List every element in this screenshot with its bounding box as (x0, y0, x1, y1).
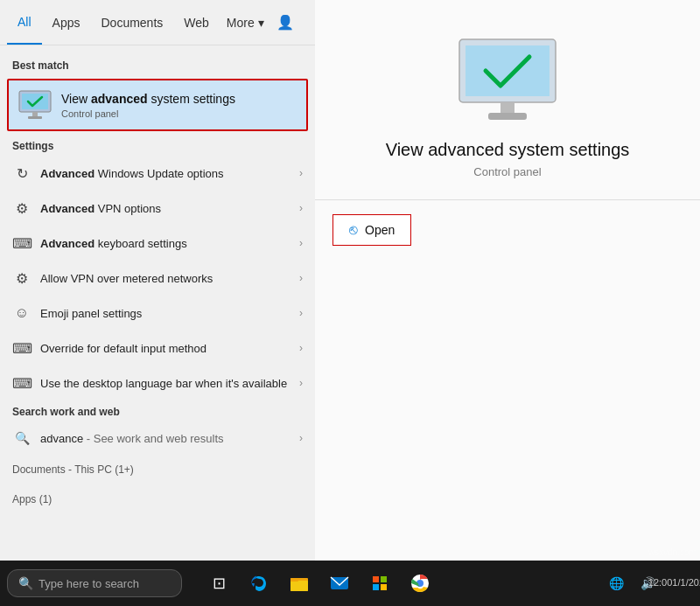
sli-text: Use the desktop language bar when it's a… (40, 377, 299, 390)
vpn-icon: ⚙ (12, 199, 32, 218)
svg-rect-6 (500, 102, 514, 113)
sli-text: Emoji panel settings (40, 307, 299, 320)
sli-text: Override for default input method (40, 342, 299, 355)
svg-rect-14 (373, 584, 379, 590)
documents-section: Documents - This PC (1+) (0, 455, 315, 484)
sli-text: Allow VPN over metered networks (40, 272, 299, 285)
search-web-text: advance - See work and web results (40, 432, 299, 445)
search-panel: All Apps Documents Web More ▾ 👤 ··· Best… (0, 0, 315, 606)
chevron-right-icon: › (299, 377, 303, 389)
svg-rect-9 (290, 581, 308, 591)
search-web-item[interactable]: 🔍 advance - See work and web results › (0, 421, 315, 455)
taskbar-search-text: Type here to search (38, 577, 139, 590)
apps-label: Apps (1) (12, 490, 303, 509)
sli-text: Advanced keyboard settings (40, 237, 299, 250)
taskbar-task-view[interactable]: ⊡ (200, 564, 238, 603)
sli-text: Advanced VPN options (40, 202, 299, 215)
chevron-right-icon: › (299, 342, 303, 354)
input-icon: ⌨ (12, 338, 32, 358)
svg-rect-3 (28, 116, 42, 119)
tab-more[interactable]: More ▾ (220, 12, 271, 33)
search-icon: 🔍 (12, 428, 32, 448)
tab-all[interactable]: All (7, 0, 42, 45)
desktop-icon: ⌨ (12, 373, 32, 393)
taskbar-chrome[interactable] (401, 564, 439, 603)
sli-text: Advanced Windows Update options (40, 167, 299, 180)
taskbar-store[interactable] (360, 564, 399, 603)
taskbar-mail[interactable] (320, 564, 359, 603)
watermark: wsxvdn.com (648, 547, 696, 557)
right-panel-subtitle: Control panel (473, 165, 541, 178)
open-button[interactable]: ⎋ Open (332, 214, 411, 246)
list-item[interactable]: ⌨ Override for default input method › (0, 331, 315, 366)
svg-rect-13 (381, 576, 387, 582)
apps-section: Apps (1) (0, 484, 315, 514)
chevron-down-icon: ▾ (258, 16, 264, 30)
svg-rect-12 (373, 576, 379, 582)
tab-documents[interactable]: Documents (90, 0, 173, 45)
chevron-right-icon: › (299, 432, 303, 444)
tabs-bar: All Apps Documents Web More ▾ 👤 ··· (0, 0, 315, 45)
chevron-right-icon: › (299, 167, 303, 179)
taskbar-search[interactable]: 🔍 Type here to search (7, 569, 182, 597)
chevron-right-icon: › (299, 307, 303, 319)
refresh-icon: ↻ (12, 164, 32, 183)
svg-rect-15 (381, 584, 387, 590)
chevron-right-icon: › (299, 237, 303, 249)
best-match-label: Best match (0, 54, 315, 75)
network-icon: ⚙ (12, 268, 32, 288)
list-item[interactable]: ⌨ Advanced keyboard settings › (0, 226, 315, 261)
svg-rect-5 (466, 45, 550, 96)
chevron-right-icon: › (299, 272, 303, 284)
taskbar-edge[interactable] (240, 564, 278, 603)
chevron-right-icon: › (299, 202, 303, 214)
open-icon: ⎋ (349, 222, 358, 238)
svg-rect-1 (22, 94, 48, 109)
svg-rect-7 (488, 113, 527, 120)
open-btn-row: ⎋ Open (315, 214, 700, 246)
clock[interactable]: 12:001/1/2024 (665, 569, 693, 597)
right-panel-content: View advanced system settings Control pa… (315, 0, 700, 606)
tab-apps[interactable]: Apps (42, 0, 91, 45)
taskbar-search-icon: 🔍 (18, 576, 33, 590)
best-match-icon (18, 87, 52, 122)
emoji-icon: ☺ (12, 303, 32, 323)
documents-label: Documents - This PC (1+) (12, 460, 303, 479)
best-match-sub: Control panel (61, 108, 298, 119)
search-web-label: Search work and web (0, 401, 315, 421)
list-item[interactable]: ⌨ Use the desktop language bar when it's… (0, 366, 315, 401)
svg-rect-10 (290, 578, 298, 582)
svg-rect-2 (32, 112, 38, 116)
network-icon[interactable]: 🌐 (602, 569, 630, 597)
panel-divider (315, 199, 700, 200)
list-item[interactable]: ☺ Emoji panel settings › (0, 296, 315, 331)
keyboard-icon: ⌨ (12, 233, 32, 253)
results-area: Best match View advanced s (0, 45, 315, 561)
list-item[interactable]: ⚙ Allow VPN over metered networks › (0, 261, 315, 296)
taskbar: 🔍 Type here to search ⊡ 🌐 🔊 12:001/1/202… (0, 561, 700, 606)
list-item[interactable]: ⚙ Advanced VPN options › (0, 191, 315, 226)
best-match-text: View advanced system settings Control pa… (61, 91, 298, 118)
tab-web[interactable]: Web (173, 0, 220, 45)
best-match-item[interactable]: View advanced system settings Control pa… (7, 79, 308, 131)
monitor-illustration (455, 35, 560, 122)
settings-label: Settings (0, 135, 315, 156)
taskbar-icons: ⊡ (200, 564, 439, 603)
best-match-title: View advanced system settings (61, 91, 298, 107)
right-panel: View advanced system settings Control pa… (315, 0, 700, 606)
taskbar-system-tray: 🌐 🔊 12:001/1/2024 (602, 569, 700, 597)
taskbar-file-explorer[interactable] (280, 564, 318, 603)
right-panel-title: View advanced system settings (386, 140, 630, 160)
list-item[interactable]: ↻ Advanced Windows Update options › (0, 156, 315, 191)
user-icon-button[interactable]: 👤 (271, 9, 299, 37)
